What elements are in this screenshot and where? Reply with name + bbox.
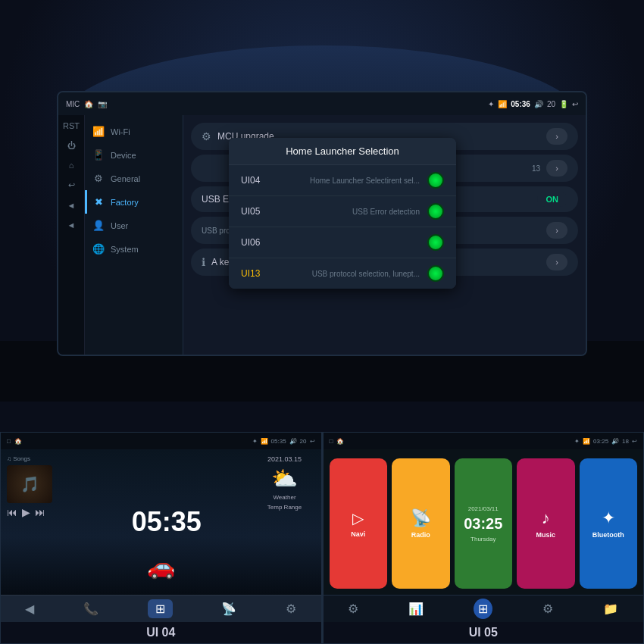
ui05-statusbar: □ 🏠 ✦ 📶 03:25 🔊 18 ↩	[324, 433, 644, 449]
tile-clock[interactable]: 2021/03/11 03:25 Thursday	[455, 458, 513, 589]
ui04-wifi-icon: 📶	[261, 438, 268, 445]
ui06-option-label: UI06	[241, 237, 409, 248]
ui05-toggle[interactable]	[427, 203, 444, 220]
sidebar-item-device[interactable]: 📱 Device	[85, 143, 183, 167]
device-label: Device	[111, 151, 136, 160]
launcher-chevron[interactable]: ›	[546, 160, 567, 177]
bottom-panels: □ 🏠 ✦ 📶 05:35 🔊 20 ↩ ♫ Songs 🎵 ⏮	[0, 432, 644, 644]
tile-navi[interactable]: ▷ Navi	[330, 458, 388, 589]
popup-option-ui04[interactable]: UI04 Home Launcher Selectirent sel...	[229, 165, 456, 196]
mcu-chevron[interactable]: ›	[546, 128, 567, 145]
ui04-status-home: 🏠	[14, 438, 22, 445]
ui04-status-square: □	[7, 438, 11, 445]
export-chevron[interactable]: ›	[546, 254, 567, 270]
music-tile-icon: ♪	[542, 508, 550, 528]
clock-day: Thursday	[470, 536, 496, 542]
ui13-option-sub: USB protocol selection, lunept...	[312, 270, 420, 278]
sidebar-item-general[interactable]: ⚙ General	[85, 167, 183, 190]
next-button[interactable]: ⏭	[35, 506, 45, 518]
nav-home-icon[interactable]: ⊞	[148, 599, 173, 618]
general-icon: ⚙	[92, 173, 105, 184]
ui04-nav: ◀ 📞 ⊞ 📡 ⚙	[1, 595, 321, 622]
popup-option-ui06[interactable]: UI06	[229, 227, 456, 258]
mic-icon: MIC	[66, 100, 80, 108]
sidebar-item-user[interactable]: 👤 User	[85, 214, 183, 237]
radio-icon: 📡	[411, 508, 431, 528]
camera-icon: 📷	[98, 100, 107, 108]
home-icon: 🏠	[84, 100, 93, 108]
main-screen: MIC 🏠 📷 ✦ 📶 05:36 🔊 20 🔋 ↩ RST ⏻ ⌂ ↩ ◄ ◄	[57, 91, 587, 356]
screen-body: RST ⏻ ⌂ ↩ ◄ ◄ 📶 Wi-Fi 📱 Device ⚙ General…	[58, 115, 586, 355]
bt-tile-label: Bluetooth	[592, 531, 624, 539]
nav-phone-icon[interactable]: 📞	[83, 602, 98, 616]
ui04-option-sub: Home Launcher Selectirent sel...	[310, 177, 420, 185]
general-label: General	[111, 174, 140, 183]
music-tile-label: Music	[536, 531, 555, 539]
sidebar-item-system[interactable]: 🌐 System	[85, 237, 183, 261]
weather-label: Weather	[273, 494, 295, 501]
factory-icon: ✖	[92, 196, 105, 208]
ui05-body: ▷ Navi 📡 Radio 2021/03/11 03:25 Thursday…	[324, 449, 644, 622]
ui13-toggle[interactable]	[427, 265, 444, 282]
nav-location-icon[interactable]: ◀	[25, 602, 34, 616]
screen-topbar: MIC 🏠 📷 ✦ 📶 05:36 🔊 20 🔋 ↩	[58, 92, 586, 115]
tile-radio[interactable]: 📡 Radio	[392, 458, 450, 589]
ui04-date: 2021.03.15	[267, 455, 302, 463]
usbpro-chevron[interactable]: ›	[546, 222, 567, 239]
rst-button[interactable]: RST	[63, 121, 80, 130]
ui05-nav-stats[interactable]: 📊	[408, 602, 424, 616]
main-content: ⚙ MCU upgrade › 13 › USB Error detection	[183, 115, 586, 355]
usb-on-badge[interactable]: ON	[537, 192, 568, 207]
ui05-nav-settings[interactable]: ⚙	[348, 602, 358, 616]
ui05-option-sub: USB Error detection	[352, 208, 420, 216]
ui04-footer-label: UI 04	[146, 626, 175, 639]
ui06-toggle[interactable]	[427, 234, 444, 251]
ui05-status-square: □	[330, 438, 333, 445]
ui05-battery: 18	[622, 438, 629, 445]
sidebar-controls: RST ⏻ ⌂ ↩ ◄ ◄	[58, 115, 85, 355]
clock-big-time: 03:25	[464, 515, 502, 533]
ui04-status-right: ✦ 📶 05:35 🔊 20 ↩	[252, 438, 315, 445]
home-ctrl-icon[interactable]: ⌂	[69, 161, 74, 170]
back-icon[interactable]: ↩	[572, 100, 578, 108]
sidebar: 📶 Wi-Fi 📱 Device ⚙ General ✖ Factory 👤 U…	[85, 115, 183, 355]
system-icon: 🌐	[92, 243, 105, 255]
nav-settings-icon[interactable]: ⚙	[286, 602, 296, 616]
tile-bluetooth[interactable]: ✦ Bluetooth	[580, 458, 638, 589]
power-icon[interactable]: ⏻	[67, 141, 76, 150]
ui05-nav-home[interactable]: ⊞	[474, 599, 492, 619]
ui05-nav-folder[interactable]: 📁	[603, 602, 618, 616]
back-ctrl-icon[interactable]: ↩	[68, 180, 75, 190]
vol-up-icon[interactable]: ◄	[67, 220, 76, 230]
ui05-panel: □ 🏠 ✦ 📶 03:25 🔊 18 ↩ ▷ Navi	[323, 432, 645, 644]
ui05-vol-icon: 🔊	[611, 438, 619, 445]
clock-date: 2021/03/11	[468, 505, 499, 512]
ui04-option-label: UI04	[241, 175, 299, 186]
export-icon: ℹ	[202, 256, 205, 268]
ui04-statusbar: □ 🏠 ✦ 📶 05:35 🔊 20 ↩	[1, 433, 321, 449]
weather-sub: Temp Range	[267, 504, 302, 511]
play-button[interactable]: ▶	[22, 506, 30, 518]
prev-button[interactable]: ⏮	[7, 506, 17, 518]
bt-icon: ✦	[488, 100, 494, 108]
topbar-time: 05:36	[511, 100, 530, 108]
tile-music[interactable]: ♪ Music	[517, 458, 575, 589]
ui05-status-right: ✦ 📶 03:25 🔊 18 ↩	[574, 438, 637, 445]
topbar-right: ✦ 📶 05:36 🔊 20 🔋 ↩	[488, 100, 578, 108]
nav-signal-icon[interactable]: 📡	[221, 602, 236, 616]
ui05-time: 03:25	[593, 438, 608, 445]
popup-option-ui05[interactable]: UI05 USB Error detection	[229, 196, 456, 227]
ui04-body: ♫ Songs 🎵 ⏮ ▶ ⏭ 05:35 2021.03.15 ⛅ Weath…	[1, 449, 321, 595]
ui04-toggle[interactable]	[427, 172, 444, 189]
vol-down-icon[interactable]: ◄	[67, 201, 76, 210]
user-icon: 👤	[92, 220, 105, 231]
ui05-nav-gear[interactable]: ⚙	[542, 602, 553, 616]
ui04-battery: 20	[300, 438, 307, 445]
volume-icon: 🔊	[534, 100, 543, 108]
weather-icon: ⛅	[271, 466, 298, 491]
sidebar-item-factory[interactable]: ✖ Factory	[85, 190, 183, 214]
ui05-tiles: ▷ Navi 📡 Radio 2021/03/11 03:25 Thursday…	[324, 449, 644, 595]
popup-option-ui13[interactable]: UI13 USB protocol selection, lunept...	[229, 258, 456, 289]
ui04-back: ↩	[310, 438, 315, 445]
sidebar-item-wifi[interactable]: 📶 Wi-Fi	[85, 120, 183, 143]
